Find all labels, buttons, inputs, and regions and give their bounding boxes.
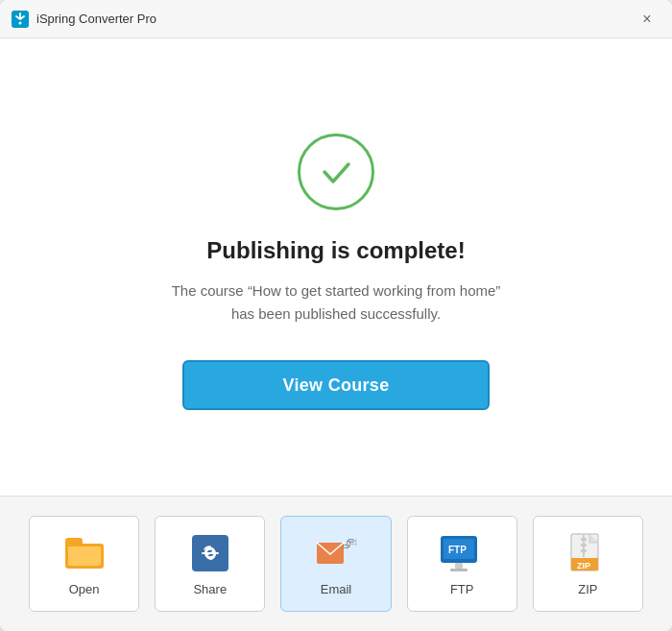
title-bar: iSpring Converter Pro ×	[0, 0, 672, 38]
email-icon: 🖇 ⌗	[315, 532, 357, 574]
email-label: Email	[321, 582, 352, 596]
svg-point-0	[19, 21, 22, 24]
open-label: Open	[69, 582, 100, 596]
view-course-button[interactable]: View Course	[182, 360, 490, 410]
svg-text:FTP: FTP	[448, 545, 467, 555]
ftp-icon: FTP	[441, 532, 483, 574]
check-icon	[317, 153, 355, 191]
success-heading: Publishing is complete!	[206, 237, 465, 264]
share-label: Share	[193, 582, 227, 596]
success-subtitle: The course “How to get started working f…	[158, 279, 514, 326]
svg-rect-8	[450, 569, 468, 571]
ftp-label: FTP	[450, 582, 474, 596]
zip-tile[interactable]: ZIP ZIP	[533, 516, 643, 612]
open-icon	[63, 532, 106, 574]
svg-rect-16	[581, 549, 587, 552]
app-window: iSpring Converter Pro × Publishing is co…	[0, 0, 672, 631]
svg-rect-14	[581, 538, 587, 541]
success-circle	[298, 133, 374, 210]
share-tile[interactable]: Share	[155, 516, 265, 612]
svg-rect-15	[581, 544, 587, 546]
svg-rect-7	[455, 563, 463, 569]
window-title: iSpring Converter Pro	[36, 12, 634, 26]
email-tile[interactable]: 🖇 ⌗ Email	[280, 516, 391, 612]
main-content: Publishing is complete! The course “How …	[0, 38, 672, 496]
bottom-action-bar: Open Share	[0, 496, 672, 631]
ftp-tile[interactable]: FTP FTP	[407, 516, 517, 612]
open-tile[interactable]: Open	[29, 516, 139, 612]
app-icon	[12, 11, 29, 28]
share-icon	[189, 532, 231, 574]
zip-label: ZIP	[578, 582, 597, 596]
zip-icon: ZIP	[566, 532, 609, 574]
svg-text:ZIP: ZIP	[577, 561, 590, 570]
close-button[interactable]: ×	[634, 6, 660, 33]
